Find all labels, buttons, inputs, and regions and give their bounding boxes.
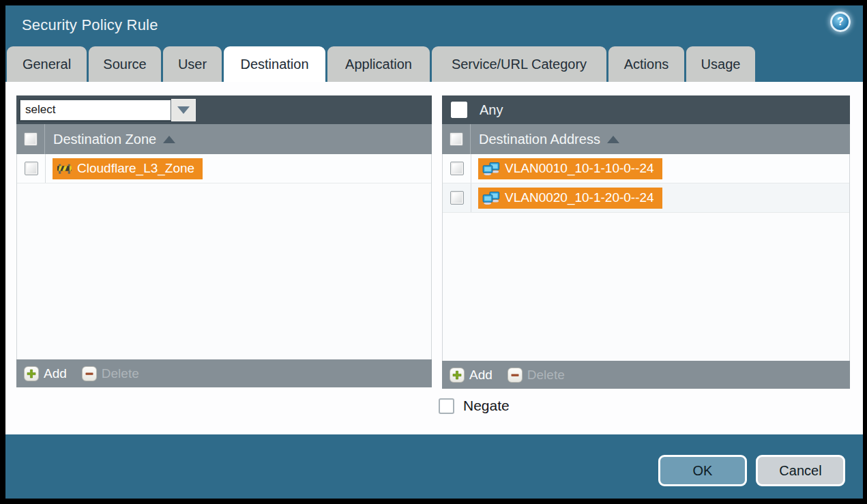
chevron-down-icon <box>177 106 190 114</box>
address-column-header: Destination Address <box>442 124 850 154</box>
zone-select-all-cell <box>16 124 45 154</box>
tab-strip: General Source User Destination Applicat… <box>7 46 755 82</box>
zone-list: Cloudflare_L3_Zone <box>16 154 432 359</box>
title-bar: Security Policy Rule ? <box>5 5 863 46</box>
security-policy-rule-dialog: Security Policy Rule ? General Source Us… <box>5 5 863 499</box>
address-name: VLAN0020_10-1-20-0--24 <box>505 190 654 205</box>
destination-zone-panel: Destination Zone <box>16 95 432 387</box>
tab-actions[interactable]: Actions <box>608 46 684 82</box>
any-bar: Any <box>442 95 850 124</box>
tab-destination[interactable]: Destination <box>224 46 325 82</box>
tab-user[interactable]: User <box>163 46 222 82</box>
address-delete-button[interactable]: Delete <box>508 368 565 383</box>
address-row[interactable]: VLAN0020_10-1-20-0--24 <box>443 183 849 213</box>
negate-checkbox[interactable] <box>439 398 454 414</box>
address-add-label: Add <box>469 368 493 383</box>
any-label: Any <box>480 102 503 118</box>
zone-row-checkbox-cell <box>17 154 46 183</box>
add-icon <box>450 368 465 383</box>
tab-usage[interactable]: Usage <box>686 46 755 82</box>
dialog-title: Security Policy Rule <box>22 16 158 34</box>
address-name: VLAN0010_10-1-10-0--24 <box>505 161 654 176</box>
zone-delete-label: Delete <box>102 366 139 381</box>
zone-name: Cloudflare_L3_Zone <box>77 161 194 176</box>
zone-panel-footer: Add Delete <box>16 359 432 387</box>
zone-select-all-checkbox[interactable] <box>24 132 38 146</box>
sort-ascending-icon[interactable] <box>607 136 619 143</box>
network-icon <box>482 192 500 205</box>
zone-select-bar <box>16 95 432 124</box>
delete-icon <box>82 366 97 381</box>
address-row[interactable]: VLAN0010_10-1-10-0--24 <box>443 154 849 183</box>
zone-add-button[interactable]: Add <box>24 366 67 381</box>
zone-add-label: Add <box>44 366 67 381</box>
address-row-checkbox-cell <box>443 154 471 183</box>
zone-row-checkbox[interactable] <box>25 162 38 175</box>
address-list: VLAN0010_10-1-10-0--24 <box>442 154 850 361</box>
zone-select-dropdown-button[interactable] <box>171 99 196 121</box>
address-select-all-cell <box>442 124 471 154</box>
zone-column-label[interactable]: Destination Zone <box>53 132 156 147</box>
tab-general[interactable]: General <box>7 46 87 82</box>
network-icon <box>482 162 500 175</box>
zone-column-header: Destination Zone <box>16 124 432 154</box>
ok-button[interactable]: OK <box>658 455 747 486</box>
address-add-button[interactable]: Add <box>450 368 493 383</box>
screen: Security Policy Rule ? General Source Us… <box>0 0 867 504</box>
sort-ascending-icon[interactable] <box>163 136 175 143</box>
address-row-checkbox-cell <box>443 183 471 212</box>
address-entry[interactable]: VLAN0020_10-1-20-0--24 <box>478 188 662 209</box>
add-icon <box>24 366 39 381</box>
address-delete-label: Delete <box>527 368 565 383</box>
zone-icon <box>57 163 72 175</box>
negate-option: Negate <box>439 398 510 414</box>
address-panel-footer: Add Delete <box>442 361 850 389</box>
zone-entry[interactable]: Cloudflare_L3_Zone <box>53 158 203 179</box>
address-row-checkbox[interactable] <box>450 191 464 205</box>
help-icon[interactable]: ? <box>830 12 851 32</box>
address-column-label[interactable]: Destination Address <box>479 132 600 147</box>
cancel-button[interactable]: Cancel <box>756 455 845 486</box>
zone-select-input[interactable] <box>20 100 171 121</box>
tab-application[interactable]: Application <box>327 46 430 82</box>
zone-delete-button[interactable]: Delete <box>82 366 139 381</box>
destination-address-panel: Any Destination Address <box>442 95 850 389</box>
negate-label: Negate <box>463 398 510 414</box>
destination-tab-content: Destination Zone <box>5 82 863 434</box>
delete-icon <box>508 368 523 383</box>
tab-source[interactable]: Source <box>89 46 161 82</box>
address-row-checkbox[interactable] <box>450 162 464 175</box>
any-checkbox[interactable] <box>451 102 467 118</box>
zone-row[interactable]: Cloudflare_L3_Zone <box>17 154 431 183</box>
tab-service-url-category[interactable]: Service/URL Category <box>432 46 606 82</box>
address-entry[interactable]: VLAN0010_10-1-10-0--24 <box>478 158 662 179</box>
address-select-all-checkbox[interactable] <box>450 132 463 146</box>
